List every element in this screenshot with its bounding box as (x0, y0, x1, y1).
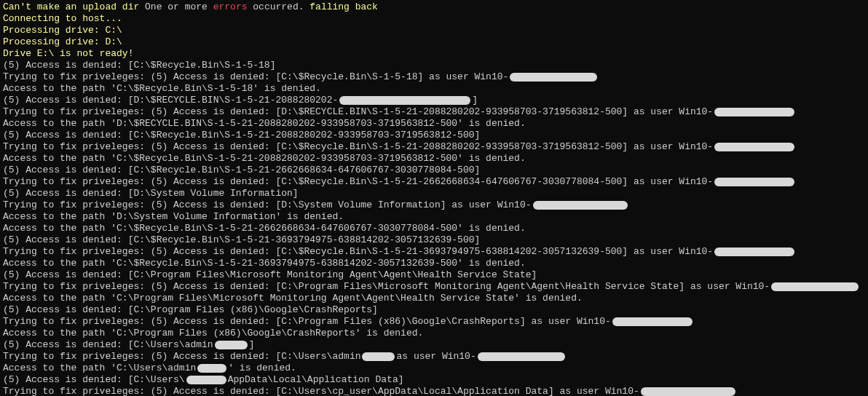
terminal-line: (5) Access is denied: [C:\$Recycle.Bin\S… (3, 234, 865, 246)
terminal-text-segment: Access to the path 'D:\System Volume Inf… (3, 211, 344, 223)
terminal-text-segment: (5) Access is denied: [C:\Users\admin (3, 339, 213, 351)
terminal-text-segment: ] (472, 95, 478, 106)
terminal-text-segment: ] (249, 339, 255, 351)
terminal-text-segment: Processing drive: D:\ (3, 36, 122, 48)
terminal-text-segment: (5) Access is denied: [C:\$Recycle.Bin\S… (3, 60, 275, 71)
terminal-text-segment: Access to the path 'C:\$Recycle.Bin\S-1-… (3, 83, 321, 95)
terminal-text-segment: (5) Access is denied: [C:\$Recycle.Bin\S… (3, 234, 480, 246)
terminal-text-segment: (5) Access is denied: [D:\System Volume … (3, 188, 299, 199)
terminal-line: Processing drive: D:\ (3, 36, 865, 48)
terminal-line: Trying to fix priveleges: (5) Access is … (3, 141, 865, 153)
terminal-line: Processing drive: C:\ (3, 25, 865, 36)
terminal-text-segment: Access to the path 'C:\Program Files\Mic… (3, 293, 583, 304)
redacted-region (478, 352, 565, 361)
terminal-text-segment: Processing drive: C:\ (3, 25, 122, 36)
terminal-text-segment: (5) Access is denied: [D:\$RECYCLE.BIN\S… (3, 95, 338, 106)
terminal-output: Can't make an upload dir One or more err… (0, 0, 868, 396)
terminal-text-segment: Access to the path 'C:\$Recycle.Bin\S-1-… (3, 153, 526, 165)
terminal-text-segment: Access to the path 'C:\Program Files (x8… (3, 328, 423, 339)
terminal-text-segment: as user Win10- (396, 351, 476, 363)
redacted-region (197, 364, 226, 373)
terminal-text-segment: (5) Access is denied: [C:\$Recycle.Bin\S… (3, 130, 480, 141)
terminal-line: Trying to fix priveleges: (5) Access is … (3, 71, 865, 83)
terminal-text-segment: (5) Access is denied: [C:\Program Files\… (3, 269, 537, 281)
terminal-line: Access to the path 'D:\$RECYCLE.BIN\S-1-… (3, 118, 865, 130)
terminal-line: Connecting to host... (3, 13, 865, 25)
terminal-text-segment: Trying to fix priveleges: (5) Access is … (3, 246, 713, 258)
terminal-text-segment: Trying to fix priveleges: (5) Access is … (3, 141, 713, 153)
terminal-line: (5) Access is denied: [C:\Program Files … (3, 304, 865, 316)
terminal-text-segment: ' is denied. (228, 363, 296, 374)
redacted-region (510, 73, 597, 82)
terminal-text-segment: Trying to fix priveleges: (5) Access is … (3, 176, 713, 188)
terminal-text-segment: Access to the path 'C:\Users\admin (3, 363, 196, 374)
terminal-line: (5) Access is denied: [C:\Users\AppData\… (3, 374, 865, 386)
terminal-text-segment: Access to the path 'C:\$Recycle.Bin\S-1-… (3, 258, 526, 269)
terminal-line: (5) Access is denied: [D:\System Volume … (3, 188, 865, 199)
terminal-line: Access to the path 'C:\$Recycle.Bin\S-1-… (3, 153, 865, 165)
terminal-text-segment: Trying to fix priveleges: (5) Access is … (3, 281, 770, 293)
redacted-region (215, 341, 248, 349)
terminal-line: Access to the path 'C:\$Recycle.Bin\S-1-… (3, 258, 865, 269)
terminal-line: (5) Access is denied: [D:\$RECYCLE.BIN\S… (3, 95, 865, 106)
terminal-line: Access to the path 'C:\$Recycle.Bin\S-1-… (3, 223, 865, 234)
terminal-text-segment: One or more (145, 1, 213, 13)
terminal-text-segment: (5) Access is denied: [C:\Users\ (3, 374, 185, 386)
terminal-line: Trying to fix priveleges: (5) Access is … (3, 351, 865, 363)
terminal-text-segment: Access to the path 'D:\$RECYCLE.BIN\S-1-… (3, 118, 526, 130)
terminal-line: Trying to fix priveleges: (5) Access is … (3, 246, 865, 258)
terminal-text-segment: (5) Access is denied: [C:\$Recycle.Bin\S… (3, 165, 480, 176)
terminal-line: (5) Access is denied: [C:\Program Files\… (3, 269, 865, 281)
terminal-text-segment: Trying to fix priveleges: (5) Access is … (3, 199, 532, 211)
redacted-region (612, 317, 693, 326)
terminal-line: Trying to fix priveleges: (5) Access is … (3, 176, 865, 188)
terminal-line: Access to the path 'C:\Program Files (x8… (3, 328, 865, 339)
terminal-text-segment: Trying to fix priveleges: (5) Access is … (3, 71, 508, 83)
terminal-text-segment: Trying to fix priveleges: (5) Access is … (3, 106, 713, 118)
terminal-text-segment: (5) Access is denied: [C:\Program Files … (3, 304, 378, 316)
redacted-region (714, 143, 794, 151)
terminal-line: Access to the path 'C:\Program Files\Mic… (3, 293, 865, 304)
terminal-line: Drive E:\ is not ready! (3, 48, 865, 60)
terminal-line: Trying to fix priveleges: (5) Access is … (3, 199, 865, 211)
terminal-line: (5) Access is denied: [C:\$Recycle.Bin\S… (3, 60, 865, 71)
terminal-line: Access to the path 'C:\Users\admin' is d… (3, 363, 865, 374)
terminal-text-segment: Access to the path 'C:\$Recycle.Bin\S-1-… (3, 223, 526, 234)
terminal-text-segment: Can't make an upload dir (3, 1, 145, 13)
redacted-region (362, 352, 395, 361)
redacted-region (533, 201, 628, 210)
terminal-line: Access to the path 'C:\$Recycle.Bin\S-1-… (3, 83, 865, 95)
terminal-text-segment: occurred. (247, 1, 304, 13)
terminal-line: (5) Access is denied: [C:\Users\admin] (3, 339, 865, 351)
redacted-region (339, 96, 470, 105)
redacted-region (714, 108, 794, 116)
terminal-text-segment: Trying to fix priveleges: (5) Access is … (3, 386, 639, 396)
terminal-line: Trying to fix priveleges: (5) Access is … (3, 386, 865, 396)
terminal-line: (5) Access is denied: [C:\$Recycle.Bin\S… (3, 130, 865, 141)
terminal-text-segment: Connecting to host... (3, 13, 122, 25)
terminal-line: Trying to fix priveleges: (5) Access is … (3, 316, 865, 328)
redacted-region (714, 248, 794, 256)
terminal-line: Can't make an upload dir One or more err… (3, 1, 865, 13)
terminal-line: Trying to fix priveleges: (5) Access is … (3, 281, 865, 293)
redacted-region (186, 376, 226, 384)
terminal-text-segment: AppData\Local\Application Data] (228, 374, 404, 386)
terminal-text-segment: Trying to fix priveleges: (5) Access is … (3, 316, 611, 328)
terminal-line: Access to the path 'D:\System Volume Inf… (3, 211, 865, 223)
redacted-region (641, 387, 735, 396)
redacted-region (714, 178, 794, 186)
terminal-line: (5) Access is denied: [C:\$Recycle.Bin\S… (3, 165, 865, 176)
terminal-text-segment: falling back (304, 1, 378, 13)
terminal-text-segment: Drive E:\ is not ready! (3, 48, 133, 60)
terminal-line: Trying to fix priveleges: (5) Access is … (3, 106, 865, 118)
terminal-text-segment: errors (213, 1, 248, 13)
terminal-text-segment: Trying to fix priveleges: (5) Access is … (3, 351, 360, 363)
redacted-region (771, 282, 859, 291)
